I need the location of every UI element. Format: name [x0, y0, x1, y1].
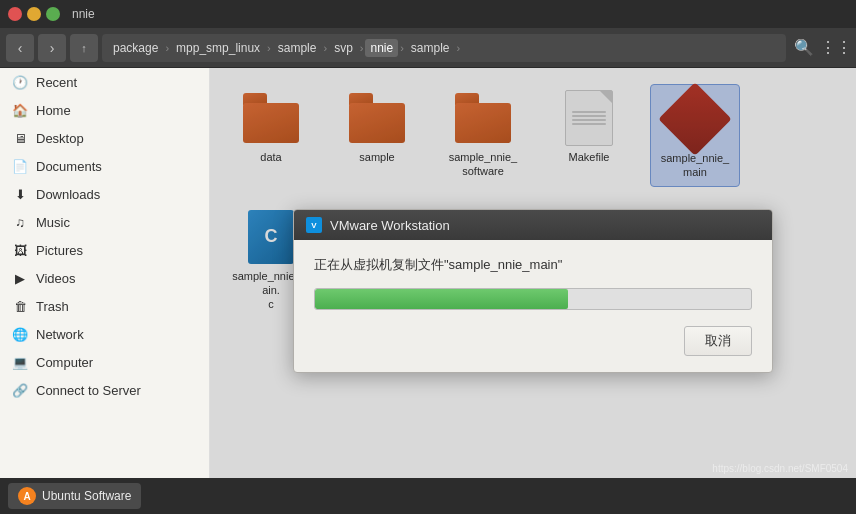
documents-icon: 📄 [12, 158, 28, 174]
sidebar-item-connect[interactable]: 🔗 Connect to Server [0, 376, 209, 404]
sidebar-item-computer[interactable]: 💻 Computer [0, 348, 209, 376]
vmware-logo: V [306, 217, 322, 233]
progress-bar-fill [315, 289, 568, 309]
dialog-body: 正在从虚拟机复制文件"sample_nnie_main" 取消 [294, 240, 772, 372]
search-button[interactable]: 🔍 [790, 34, 818, 62]
trash-icon: 🗑 [12, 298, 28, 314]
taskbar-ubuntu-software[interactable]: A Ubuntu Software [8, 483, 141, 509]
dialog-message: 正在从虚拟机复制文件"sample_nnie_main" [314, 256, 752, 274]
dialog-titlebar: V VMware Workstation [294, 210, 772, 240]
taskbar-ubuntu-software-label: Ubuntu Software [42, 489, 131, 503]
sidebar-item-downloads[interactable]: ⬇ Downloads [0, 180, 209, 208]
titlebar: nnie [0, 0, 856, 28]
sidebar-label-documents: Documents [36, 159, 102, 174]
sidebar-label-home: Home [36, 103, 71, 118]
close-button[interactable] [8, 7, 22, 21]
dialog-buttons: 取消 [314, 326, 752, 356]
forward-button[interactable]: › [38, 34, 66, 62]
sidebar-label-videos: Videos [36, 271, 76, 286]
toolbar: ‹ › ↑ package › mpp_smp_linux › sample ›… [0, 28, 856, 68]
sidebar-item-trash[interactable]: 🗑 Trash [0, 292, 209, 320]
desktop-icon: 🖥 [12, 130, 28, 146]
pictures-icon: 🖼 [12, 242, 28, 258]
sidebar-label-trash: Trash [36, 299, 69, 314]
cancel-button[interactable]: 取消 [684, 326, 752, 356]
sidebar-label-pictures: Pictures [36, 243, 83, 258]
window-title: nnie [72, 7, 95, 21]
sidebar-item-network[interactable]: 🌐 Network [0, 320, 209, 348]
sidebar-label-connect: Connect to Server [36, 383, 141, 398]
sidebar-item-pictures[interactable]: 🖼 Pictures [0, 236, 209, 264]
home-icon: 🏠 [12, 102, 28, 118]
sidebar-item-videos[interactable]: ▶ Videos [0, 264, 209, 292]
sidebar-label-music: Music [36, 215, 70, 230]
recent-icon: 🕐 [12, 74, 28, 90]
breadcrumb-bar: package › mpp_smp_linux › sample › svp ›… [102, 34, 786, 62]
grid-view-button[interactable]: ⋮⋮ [822, 34, 850, 62]
toolbar-icons: 🔍 ⋮⋮ [790, 34, 850, 62]
sidebar-item-music[interactable]: ♫ Music [0, 208, 209, 236]
network-icon: 🌐 [12, 326, 28, 342]
dialog-title: VMware Workstation [330, 218, 450, 233]
sidebar-label-desktop: Desktop [36, 131, 84, 146]
breadcrumb-sample1[interactable]: sample [273, 39, 322, 57]
vmware-dialog: V VMware Workstation 正在从虚拟机复制文件"sample_n… [293, 209, 773, 373]
maximize-button[interactable] [46, 7, 60, 21]
main-layout: 🕐 Recent 🏠 Home 🖥 Desktop 📄 Documents ⬇ … [0, 68, 856, 514]
titlebar-buttons [8, 7, 60, 21]
breadcrumb-nnie[interactable]: nnie [365, 39, 398, 57]
back-button[interactable]: ‹ [6, 34, 34, 62]
breadcrumb-sample2[interactable]: sample [406, 39, 455, 57]
progress-bar-container [314, 288, 752, 310]
sidebar: 🕐 Recent 🏠 Home 🖥 Desktop 📄 Documents ⬇ … [0, 68, 210, 514]
downloads-icon: ⬇ [12, 186, 28, 202]
sidebar-label-computer: Computer [36, 355, 93, 370]
breadcrumb-svp[interactable]: svp [329, 39, 358, 57]
ubuntu-software-icon: A [18, 487, 36, 505]
sidebar-item-desktop[interactable]: 🖥 Desktop [0, 124, 209, 152]
taskbar: A Ubuntu Software [0, 478, 856, 514]
sidebar-item-home[interactable]: 🏠 Home [0, 96, 209, 124]
sidebar-item-recent[interactable]: 🕐 Recent [0, 68, 209, 96]
sidebar-label-recent: Recent [36, 75, 77, 90]
parent-dir-button[interactable]: ↑ [70, 34, 98, 62]
breadcrumb-mpp[interactable]: mpp_smp_linux [171, 39, 265, 57]
sidebar-label-network: Network [36, 327, 84, 342]
sidebar-label-downloads: Downloads [36, 187, 100, 202]
music-icon: ♫ [12, 214, 28, 230]
computer-icon: 💻 [12, 354, 28, 370]
sidebar-item-documents[interactable]: 📄 Documents [0, 152, 209, 180]
videos-icon: ▶ [12, 270, 28, 286]
connect-icon: 🔗 [12, 382, 28, 398]
breadcrumb-package[interactable]: package [108, 39, 163, 57]
file-area: data sample [210, 68, 856, 514]
dialog-overlay: V VMware Workstation 正在从虚拟机复制文件"sample_n… [210, 68, 856, 514]
minimize-button[interactable] [27, 7, 41, 21]
